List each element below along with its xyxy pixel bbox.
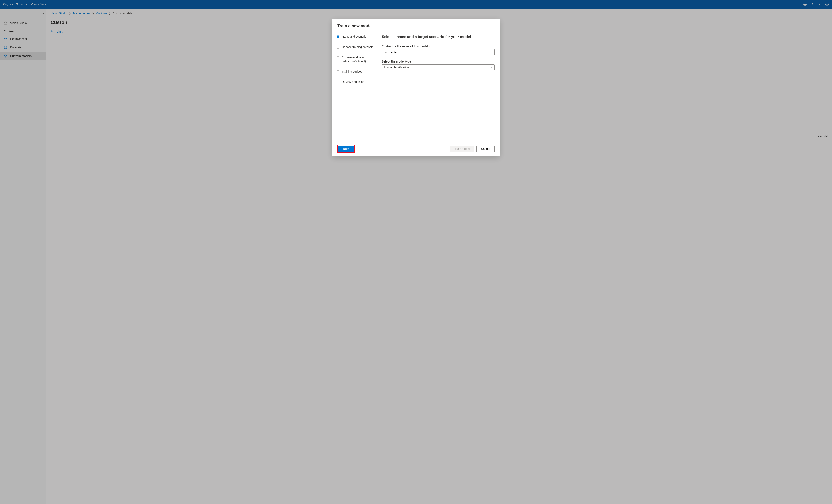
step-review-finish[interactable]: Review and finish	[337, 80, 374, 84]
step-evaluation-datasets[interactable]: Choose evaluation datasets (Optional)	[337, 56, 374, 63]
step-label: Name and scenario	[342, 35, 366, 39]
model-type-select[interactable]: Image classification	[382, 64, 495, 71]
step-label: Choose evaluation datasets (Optional)	[342, 56, 374, 63]
chevron-down-icon	[490, 66, 492, 69]
step-label: Review and finish	[342, 80, 364, 84]
cancel-button[interactable]: Cancel	[476, 145, 495, 152]
dialog-content: Select a name and a target scenario for …	[377, 32, 499, 141]
dialog-steps: Name and scenario Choose training datase…	[333, 32, 377, 141]
dialog-header: Train a new model	[333, 19, 499, 32]
model-type-value: Image classification	[384, 66, 409, 69]
step-indicator	[337, 46, 339, 49]
step-indicator	[337, 71, 339, 73]
step-training-datasets[interactable]: Choose training datasets	[337, 45, 374, 49]
model-name-label: Customize the name of this model *	[382, 45, 495, 48]
close-icon[interactable]	[491, 24, 495, 28]
step-indicator	[337, 56, 339, 59]
highlight-annotation: Next	[337, 144, 355, 153]
step-label: Training budget	[342, 70, 362, 74]
model-type-label: Select the model type *	[382, 60, 495, 63]
step-name-scenario[interactable]: Name and scenario	[337, 35, 374, 39]
model-name-input[interactable]	[382, 49, 495, 55]
step-training-budget[interactable]: Training budget	[337, 70, 374, 74]
next-button[interactable]: Next	[338, 145, 354, 152]
step-indicator-active	[337, 35, 339, 38]
train-model-button: Train model	[450, 145, 474, 152]
content-heading: Select a name and a target scenario for …	[382, 35, 495, 39]
step-connector	[338, 49, 338, 56]
step-label: Choose training datasets	[342, 45, 373, 49]
step-indicator	[337, 81, 339, 83]
step-connector	[338, 63, 338, 70]
train-model-dialog: Train a new model Name and scenario Choo…	[333, 19, 499, 156]
step-connector	[338, 74, 338, 80]
modal-overlay: Train a new model Name and scenario Choo…	[0, 0, 832, 504]
step-connector	[338, 39, 338, 45]
dialog-title: Train a new model	[337, 24, 372, 28]
dialog-footer: Next Train model Cancel	[333, 141, 499, 156]
